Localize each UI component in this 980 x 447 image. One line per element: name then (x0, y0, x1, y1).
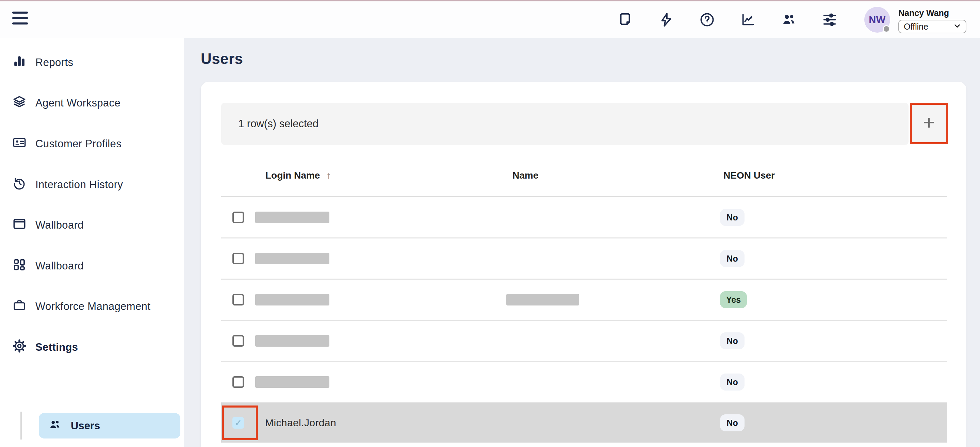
login-name-cell (255, 376, 506, 388)
metrics-icon[interactable] (734, 6, 762, 33)
contacts-icon[interactable] (775, 6, 802, 33)
sidebar-item-label: Settings (35, 341, 78, 353)
neon-user-badge: Yes (720, 291, 747, 308)
notes-icon[interactable] (612, 6, 639, 33)
neon-user-cell: No (720, 374, 745, 391)
neon-user-badge: No (720, 209, 745, 226)
sidebar-item-wallboard[interactable]: Wallboard (0, 205, 184, 246)
sidebar-item-reports[interactable]: Reports (0, 42, 184, 83)
app-window: NW Nancy Wang Offline Reports Agent Work… (0, 0, 980, 447)
sidebar-item-wallboard[interactable]: Wallboard (0, 246, 184, 286)
topbar-actions (612, 6, 843, 33)
table-row[interactable]: No (221, 321, 947, 362)
sidebar-item-interaction-history[interactable]: Interaction History (0, 164, 184, 205)
neon-user-cell: Yes (720, 291, 747, 308)
neon-user-badge: No (720, 250, 745, 267)
add-user-button[interactable]: + (910, 103, 948, 144)
login-name-cell (255, 253, 506, 264)
sidebar-item-agent-workspace[interactable]: Agent Workspace (0, 83, 184, 124)
login-name-text: Michael.Jordan (265, 417, 336, 429)
sidebar-item-label: Customer Profiles (35, 138, 121, 150)
row-checkbox[interactable] (232, 253, 244, 264)
plus-icon: + (923, 112, 935, 133)
login-name-cell (255, 335, 506, 347)
name-cell (506, 294, 720, 305)
row-checkbox-cell (221, 294, 255, 305)
status-select[interactable]: Offline (898, 20, 966, 33)
gear-icon (12, 339, 27, 356)
user-name: Nancy Wang (898, 8, 949, 18)
annotation-highlight-box (222, 406, 258, 440)
selection-toolbar: 1 row(s) selected (221, 103, 908, 145)
users-table: Login Name ↑ Name NEON User NoNoYesNoNo✓… (221, 155, 947, 442)
row-checkbox[interactable] (232, 212, 244, 223)
redacted-login-bar (255, 335, 329, 347)
sidebar-item-customer-profiles[interactable]: Customer Profiles (0, 124, 184, 164)
layers-icon (12, 95, 27, 111)
users-card: 1 row(s) selected + Login Name ↑ Name NE… (201, 82, 966, 447)
window-icon (12, 217, 27, 234)
table-row[interactable]: ✓Michael.JordanNo (221, 403, 947, 442)
neon-user-cell: No (720, 332, 745, 349)
neon-user-badge: No (720, 374, 745, 391)
sidebar-nav: Reports Agent Workspace Customer Profile… (0, 42, 184, 368)
bar-chart-icon (12, 54, 27, 71)
table-row[interactable]: No (221, 239, 947, 280)
preferences-icon[interactable] (816, 6, 843, 33)
table-row[interactable]: Yes (221, 280, 947, 321)
neon-user-cell: No (720, 209, 745, 226)
login-name-cell (255, 212, 506, 223)
row-checkbox-cell (221, 212, 255, 223)
hamburger-icon[interactable] (12, 11, 29, 28)
sidebar-item-label: Agent Workspace (35, 97, 121, 109)
row-checkbox[interactable] (232, 294, 244, 305)
column-header-login-name[interactable]: Login Name ↑ (255, 170, 506, 181)
table-body: NoNoYesNoNo✓Michael.JordanNo (221, 197, 947, 442)
sort-ascending-icon: ↑ (326, 170, 331, 181)
page-title: Users (201, 50, 243, 67)
sidebar-item-label: Wallboard (35, 219, 84, 231)
selection-count-text: 1 row(s) selected (238, 118, 318, 130)
sidebar-item-workforce-management[interactable]: Workforce Management (0, 286, 184, 327)
redacted-login-bar (255, 253, 329, 264)
sidebar-item-settings[interactable]: Settings (0, 327, 184, 368)
neon-user-badge: No (720, 332, 745, 349)
neon-user-cell: No (720, 250, 745, 267)
dashboard-icon (12, 258, 27, 275)
row-checkbox[interactable] (232, 376, 244, 388)
redacted-login-bar (255, 376, 329, 388)
users-group-icon (39, 418, 61, 434)
row-checkbox-cell (221, 376, 255, 388)
column-header-neon-user[interactable]: NEON User (720, 170, 775, 181)
quick-actions-icon[interactable] (653, 6, 680, 33)
submenu-indent-line (21, 412, 22, 439)
row-checkbox-cell (221, 335, 255, 347)
status-value: Offline (904, 22, 928, 32)
redacted-name-bar (506, 294, 579, 305)
briefcase-icon (12, 298, 27, 315)
table-header: Login Name ↑ Name NEON User (221, 155, 947, 197)
history-icon (12, 176, 27, 193)
table-row[interactable]: No (221, 362, 947, 403)
sidebar-item-label: Users (71, 420, 100, 432)
column-header-name[interactable]: Name (506, 170, 720, 181)
sidebar-item-label: Workforce Management (35, 301, 150, 313)
row-checkbox-cell (221, 253, 255, 264)
login-name-cell (255, 294, 506, 305)
contact-card-icon (12, 135, 27, 153)
column-header-label: Login Name (266, 170, 320, 181)
table-row[interactable]: No (221, 197, 947, 239)
sidebar-item-label: Interaction History (35, 178, 123, 191)
redacted-login-bar (255, 212, 329, 223)
neon-user-cell: No (720, 414, 745, 431)
sidebar-item-label: Wallboard (35, 260, 84, 272)
sidebar: Reports Agent Workspace Customer Profile… (0, 38, 184, 447)
sidebar-item-users[interactable]: Users (39, 413, 180, 439)
redacted-login-bar (255, 294, 329, 305)
neon-user-badge: No (720, 414, 745, 431)
top-bar: NW Nancy Wang Offline (0, 2, 980, 38)
row-checkbox[interactable] (232, 335, 244, 347)
presence-dot-icon (883, 25, 890, 33)
help-icon[interactable] (694, 6, 721, 33)
login-name-cell: Michael.Jordan (255, 417, 506, 429)
